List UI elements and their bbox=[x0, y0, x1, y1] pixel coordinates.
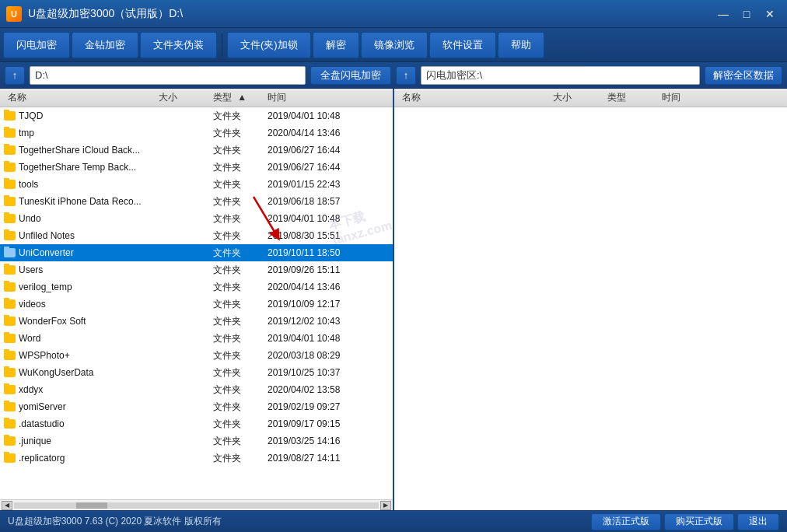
table-row[interactable]: WuKongUserData文件夹2019/10/25 10:37 bbox=[0, 364, 393, 381]
file-type-col: 文件夹 bbox=[213, 178, 268, 191]
title-bar: U U盘超级加密3000（试用版）D:\ — □ ✕ bbox=[0, 0, 787, 28]
folder-icon bbox=[3, 349, 16, 362]
right-pane: 名称 大小 类型 时间 bbox=[394, 89, 787, 510]
close-button[interactable]: ✕ bbox=[759, 5, 781, 23]
table-row[interactable]: Users文件夹2019/09/26 15:11 bbox=[0, 261, 393, 278]
file-time-col: 2019/04/01 10:48 bbox=[268, 110, 390, 121]
file-type-col: 文件夹 bbox=[213, 435, 268, 448]
table-row[interactable]: TJQD文件夹2019/04/01 10:48 bbox=[0, 107, 393, 124]
right-file-list[interactable] bbox=[394, 107, 787, 510]
file-name-col: Word bbox=[3, 332, 159, 345]
file-name-text: .replicatorg bbox=[19, 453, 65, 464]
table-row[interactable]: xddyx文件夹2020/04/02 13:58 bbox=[0, 381, 393, 398]
table-row[interactable]: WonderFox Soft文件夹2019/12/02 10:43 bbox=[0, 313, 393, 330]
table-row[interactable]: UniConverter文件夹2019/10/11 18:50 bbox=[0, 244, 393, 261]
table-row[interactable]: Unfiled Notes文件夹2019/08/30 15:51 bbox=[0, 227, 393, 244]
file-name-col: .junique bbox=[3, 435, 159, 447]
folder-icon bbox=[3, 435, 16, 447]
file-type-col: 文件夹 bbox=[213, 366, 268, 380]
left-hscroll[interactable]: ◀ ▶ bbox=[0, 499, 393, 510]
right-col-header-type: 类型 bbox=[607, 91, 662, 104]
file-time-col: 2019/04/01 10:48 bbox=[268, 213, 390, 224]
flash-encrypt-all-button[interactable]: 全盘闪电加密 bbox=[310, 66, 391, 85]
left-pane: 名称 大小 类型 ▲ 时间 TJQD文件夹2019/04/01 10:48tmp… bbox=[0, 89, 394, 510]
table-row[interactable]: tmp文件夹2020/04/14 13:46 bbox=[0, 124, 393, 142]
file-type-col: 文件夹 bbox=[213, 229, 268, 243]
toolbar-btn-mirror-browse[interactable]: 镜像浏览 bbox=[361, 32, 428, 58]
folder-icon bbox=[3, 229, 16, 242]
table-row[interactable]: .junique文件夹2019/03/25 14:16 bbox=[0, 432, 393, 450]
file-name-text: TJQD bbox=[19, 110, 43, 121]
toolbar-btn-file-encrypt[interactable]: 文件(夹)加锁 bbox=[227, 32, 311, 58]
hscroll-thumb[interactable] bbox=[76, 502, 107, 509]
folder-icon bbox=[3, 178, 16, 191]
folder-icon bbox=[3, 315, 16, 327]
file-time-col: 2020/03/18 08:29 bbox=[268, 350, 390, 361]
toolbar-btn-software-settings[interactable]: 软件设置 bbox=[429, 32, 496, 58]
file-name-col: tmp bbox=[3, 127, 159, 139]
table-row[interactable]: .replicatorg文件夹2019/08/27 14:11 bbox=[0, 450, 393, 467]
file-name-text: videos bbox=[19, 299, 46, 310]
file-name-col: TJQD bbox=[3, 110, 159, 122]
addr-left: ↑ 全盘闪电加密 bbox=[5, 66, 391, 85]
col-header-size: 大小 bbox=[159, 91, 213, 104]
file-name-text: TogetherShare Temp Back... bbox=[19, 162, 136, 173]
file-time-col: 2019/04/01 10:48 bbox=[268, 333, 390, 344]
main-area: 名称 大小 类型 ▲ 时间 TJQD文件夹2019/04/01 10:48tmp… bbox=[0, 89, 787, 510]
toolbar-btn-folder-disguise[interactable]: 文件夹伪装 bbox=[140, 32, 217, 58]
table-row[interactable]: tools文件夹2019/01/15 22:43 bbox=[0, 176, 393, 193]
folder-icon bbox=[3, 212, 16, 225]
hscroll-right-arrow[interactable]: ▶ bbox=[380, 501, 391, 510]
left-file-list[interactable]: TJQD文件夹2019/04/01 10:48tmp文件夹2020/04/14 … bbox=[0, 107, 393, 499]
file-name-col: Users bbox=[3, 264, 159, 276]
left-col-headers: 名称 大小 类型 ▲ 时间 bbox=[0, 89, 393, 107]
file-name-text: UniConverter bbox=[19, 247, 74, 258]
toolbar: 闪电加密金钻加密文件夹伪装文件(夹)加锁解密镜像浏览软件设置帮助 bbox=[0, 28, 787, 62]
table-row[interactable]: Undo文件夹2019/04/01 10:48 bbox=[0, 210, 393, 227]
hscroll-left-arrow[interactable]: ◀ bbox=[2, 501, 12, 510]
folder-icon bbox=[3, 195, 16, 208]
file-name-text: tmp bbox=[19, 128, 34, 138]
activate-button[interactable]: 激活正式版 bbox=[591, 513, 661, 530]
table-row[interactable]: Word文件夹2019/04/01 10:48 bbox=[0, 330, 393, 347]
folder-icon bbox=[3, 383, 16, 396]
right-up-button[interactable]: ↑ bbox=[396, 66, 416, 85]
table-row[interactable]: TogetherShare iCloud Back...文件夹2019/06/2… bbox=[0, 142, 393, 159]
file-time-col: 2019/02/19 09:27 bbox=[268, 401, 390, 412]
file-type-col: 文件夹 bbox=[213, 332, 268, 345]
folder-icon bbox=[3, 281, 16, 293]
decrypt-all-button[interactable]: 解密全区数据 bbox=[705, 66, 782, 85]
right-path-input[interactable] bbox=[421, 66, 700, 85]
title-bar-text: U盘超级加密3000（试用版）D:\ bbox=[28, 7, 183, 21]
table-row[interactable]: WPSPhoto+文件夹2020/03/18 08:29 bbox=[0, 347, 393, 364]
file-time-col: 2020/04/14 13:46 bbox=[268, 128, 390, 138]
toolbar-btn-gold-encrypt[interactable]: 金钻加密 bbox=[72, 32, 138, 58]
hscroll-track[interactable] bbox=[14, 502, 379, 509]
table-row[interactable]: .datastudio文件夹2019/09/17 09:15 bbox=[0, 415, 393, 432]
maximize-button[interactable]: □ bbox=[736, 5, 757, 23]
file-time-col: 2019/09/26 15:11 bbox=[268, 264, 390, 275]
folder-icon bbox=[3, 418, 16, 430]
table-row[interactable]: videos文件夹2019/10/09 12:17 bbox=[0, 296, 393, 313]
toolbar-btn-decrypt[interactable]: 解密 bbox=[313, 32, 359, 58]
buy-button[interactable]: 购买正式版 bbox=[664, 513, 734, 530]
table-row[interactable]: yomiServer文件夹2019/02/19 09:27 bbox=[0, 398, 393, 415]
toolbar-btn-help[interactable]: 帮助 bbox=[498, 32, 544, 58]
minimize-button[interactable]: — bbox=[712, 5, 734, 23]
table-row[interactable]: TogetherShare Temp Back...文件夹2019/06/27 … bbox=[0, 159, 393, 176]
folder-icon bbox=[3, 161, 16, 173]
left-path-input[interactable] bbox=[30, 66, 306, 85]
file-type-col: 文件夹 bbox=[213, 247, 268, 260]
file-name-text: xddyx bbox=[19, 384, 43, 395]
exit-button[interactable]: 退出 bbox=[737, 513, 779, 530]
table-row[interactable]: verilog_temp文件夹2020/04/14 13:46 bbox=[0, 278, 393, 296]
folder-icon bbox=[3, 366, 16, 379]
toolbar-btn-flash-encrypt[interactable]: 闪电加密 bbox=[3, 32, 70, 58]
left-up-button[interactable]: ↑ bbox=[5, 66, 25, 85]
file-name-col: xddyx bbox=[3, 383, 159, 396]
folder-icon bbox=[3, 264, 16, 276]
file-name-col: yomiServer bbox=[3, 401, 159, 413]
file-type-col: 文件夹 bbox=[213, 452, 268, 465]
file-name-col: verilog_temp bbox=[3, 281, 159, 293]
table-row[interactable]: TunesKit iPhone Data Reco...文件夹2019/06/1… bbox=[0, 193, 393, 210]
